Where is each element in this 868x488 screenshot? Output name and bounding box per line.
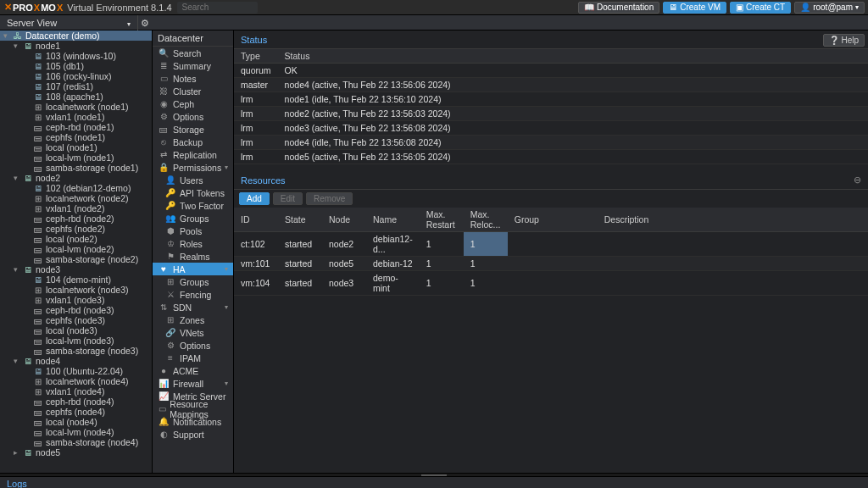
- col-header[interactable]: Name: [366, 208, 420, 232]
- menu-item-ceph[interactable]: ◉Ceph: [153, 97, 233, 110]
- menu-item-notifications[interactable]: 🔔Notifications: [153, 415, 233, 428]
- tree-item[interactable]: 🖥100 (Ubuntu-22.04): [0, 366, 152, 376]
- col-header[interactable]: ID: [234, 208, 278, 232]
- tree-item[interactable]: 🖴local-lvm (node3): [0, 336, 152, 346]
- tree-item[interactable]: ⊞localnetwork (node2): [0, 193, 152, 203]
- tree-item[interactable]: 🖴ceph-rbd (node3): [0, 305, 152, 315]
- stor-icon: 🖴: [32, 316, 44, 325]
- tree-item[interactable]: ▾🖧Datacenter (demo): [0, 30, 152, 41]
- table-row[interactable]: vm:104startednode3demo-mint11: [234, 271, 868, 296]
- resource-tree[interactable]: ▾🖧Datacenter (demo)▾🖥node1🖥103 (windows-…: [0, 30, 153, 473]
- tree-item[interactable]: 🖥103 (windows-10): [0, 51, 152, 61]
- menu-item-api-tokens[interactable]: 🔑API Tokens: [153, 186, 233, 199]
- tree-item[interactable]: 🖴local (node3): [0, 325, 152, 336]
- tree-item[interactable]: 🖴local-lvm (node2): [0, 244, 152, 254]
- col-header[interactable]: Node: [322, 208, 366, 232]
- tree-item[interactable]: 🖴samba-storage (node1): [0, 163, 152, 173]
- tree-item[interactable]: 🖴local (node4): [0, 417, 152, 427]
- menu-item-resource-mappings[interactable]: ▭Resource Mappings: [153, 402, 233, 415]
- search-input[interactable]: [177, 2, 258, 14]
- tree-item[interactable]: 🖴cephfs (node4): [0, 407, 152, 417]
- server-view-dropdown[interactable]: Server View ▾: [0, 16, 137, 30]
- logs-bar[interactable]: Logs: [0, 476, 868, 488]
- tree-item[interactable]: ⊞vxlan1 (node1): [0, 112, 152, 122]
- menu-item-groups[interactable]: 👥Groups: [153, 212, 233, 225]
- resources-table[interactable]: IDStateNodeNameMax. RestartMax. Reloc...…: [234, 208, 868, 296]
- menu-item-options[interactable]: ⚙Options: [153, 339, 233, 352]
- menu-item-vnets[interactable]: 🔗VNets: [153, 326, 233, 339]
- table-row[interactable]: vm:101startednode5debian-1211: [234, 257, 868, 271]
- tree-item[interactable]: 🖥105 (db1): [0, 61, 152, 71]
- menu-item-cluster[interactable]: ⛓Cluster: [153, 85, 233, 97]
- tree-item[interactable]: 🖥106 (rocky-linux): [0, 71, 152, 81]
- tree-item[interactable]: 🖴local (node1): [0, 142, 152, 152]
- menu-item-acme[interactable]: ●ACME: [153, 364, 233, 377]
- menu-item-zones[interactable]: ⊞Zones: [153, 313, 233, 326]
- create-ct-button[interactable]: ▣Create CT: [730, 2, 791, 14]
- menu-item-summary[interactable]: ≣Summary: [153, 59, 233, 72]
- tree-item[interactable]: ▾🖥node4: [0, 356, 152, 366]
- tree-item[interactable]: ⊞localnetwork (node3): [0, 285, 152, 295]
- menu-item-users[interactable]: 👤Users: [153, 174, 233, 186]
- tree-item[interactable]: 🖥107 (redis1): [0, 81, 152, 92]
- tree-item[interactable]: 🖴cephfs (node3): [0, 315, 152, 325]
- menu-item-realms[interactable]: ⚑Realms: [153, 250, 233, 263]
- menu-item-roles[interactable]: ♔Roles: [153, 237, 233, 250]
- tree-item[interactable]: ▾🖥node3: [0, 264, 152, 274]
- tree-item[interactable]: 🖴ceph-rbd (node1): [0, 122, 152, 132]
- menu-item-ha[interactable]: ♥HA▾: [153, 263, 233, 275]
- menu-item-firewall[interactable]: 📊Firewall▾: [153, 377, 233, 390]
- menu-item-notes[interactable]: ▭Notes: [153, 72, 233, 85]
- menu-item-two-factor[interactable]: 🔑Two Factor: [153, 199, 233, 212]
- col-header[interactable]: State: [278, 208, 322, 232]
- menu-item-pools[interactable]: ⬢Pools: [153, 225, 233, 237]
- tree-item[interactable]: 🖴cephfs (node2): [0, 224, 152, 234]
- menu-item-options[interactable]: ⚙Options: [153, 110, 233, 123]
- tree-item[interactable]: 🖥108 (apache1): [0, 92, 152, 102]
- collapse-icon[interactable]: ⊖: [854, 175, 861, 186]
- menu-item-groups[interactable]: ⊞Groups: [153, 275, 233, 288]
- menu-item-support[interactable]: ◐Support: [153, 428, 233, 441]
- tree-item[interactable]: ▸🖥node5: [0, 447, 152, 458]
- tree-item[interactable]: 🖴cephfs (node1): [0, 132, 152, 142]
- col-header[interactable]: Max. Reloc...: [464, 208, 508, 232]
- menu-item-replication[interactable]: ⇄Replication: [153, 148, 233, 161]
- user-menu-button[interactable]: 👤root@pam ▾: [794, 2, 865, 14]
- help-button[interactable]: ❔ Help: [823, 34, 865, 47]
- menu-item-permissions[interactable]: 🔒Permissions▾: [153, 161, 233, 174]
- tree-item[interactable]: ⊞vxlan1 (node3): [0, 295, 152, 305]
- tree-item[interactable]: 🖴local (node2): [0, 234, 152, 244]
- tree-item[interactable]: 🖴samba-storage (node4): [0, 437, 152, 447]
- tree-item[interactable]: ⊞localnetwork (node4): [0, 376, 152, 386]
- table-row[interactable]: ct:102startednode2debian12-d...11: [234, 232, 868, 257]
- menu-item-storage[interactable]: 🖴Storage: [153, 123, 233, 136]
- col-header[interactable]: Description: [598, 208, 868, 232]
- tree-item[interactable]: 🖥104 (demo-mint): [0, 274, 152, 285]
- menu-item-sdn[interactable]: ⇅SDN▾: [153, 301, 233, 313]
- create-vm-button[interactable]: 🖥Create VM: [663, 2, 726, 14]
- view-settings-button[interactable]: ⚙: [137, 15, 151, 30]
- tree-item[interactable]: ⊞vxlan1 (node4): [0, 386, 152, 396]
- tree-item[interactable]: ▾🖥node1: [0, 41, 152, 51]
- tree-item[interactable]: 🖴ceph-rbd (node2): [0, 214, 152, 224]
- menu-item-fencing[interactable]: ⚔Fencing: [153, 288, 233, 301]
- tree-item[interactable]: 🖴local-lvm (node1): [0, 152, 152, 163]
- menu-item-search[interactable]: 🔍Search: [153, 47, 233, 59]
- tree-item[interactable]: 🖴samba-storage (node2): [0, 254, 152, 264]
- tree-item[interactable]: 🖴ceph-rbd (node4): [0, 396, 152, 407]
- col-header[interactable]: Max. Restart: [420, 208, 464, 232]
- menu-item-ipam[interactable]: ≡IPAM: [153, 352, 233, 364]
- menu-item-backup[interactable]: ⎋Backup: [153, 136, 233, 148]
- tree-item[interactable]: 🖥102 (debian12-demo): [0, 183, 152, 193]
- col-header[interactable]: Group: [508, 208, 598, 232]
- tree-item[interactable]: ⊞vxlan1 (node2): [0, 203, 152, 214]
- edit-button[interactable]: Edit: [273, 192, 303, 205]
- tree-item[interactable]: ⊞localnetwork (node1): [0, 102, 152, 112]
- tree-item[interactable]: 🖴local-lvm (node4): [0, 427, 152, 437]
- documentation-button[interactable]: 📖Documentation: [578, 2, 659, 14]
- config-menu[interactable]: Datacenter 🔍Search≣Summary▭Notes⛓Cluster…: [153, 30, 234, 473]
- remove-button[interactable]: Remove: [306, 192, 353, 205]
- tree-item[interactable]: ▾🖥node2: [0, 173, 152, 183]
- add-button[interactable]: Add: [239, 192, 270, 205]
- tree-item[interactable]: 🖴samba-storage (node3): [0, 346, 152, 356]
